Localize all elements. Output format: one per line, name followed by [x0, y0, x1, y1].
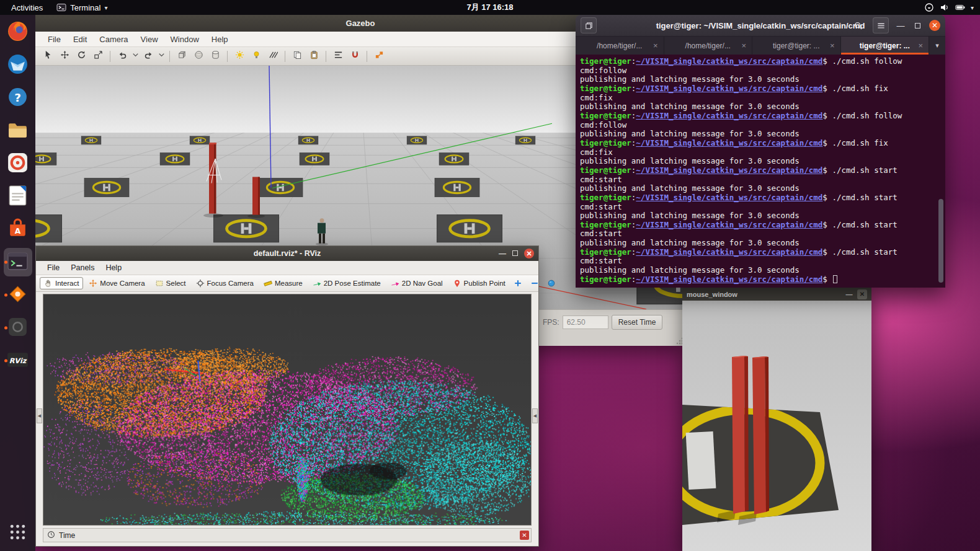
menu-panels[interactable]: Panels	[66, 263, 99, 273]
joint-button[interactable]	[372, 49, 386, 64]
box-button[interactable]	[174, 49, 189, 64]
menu-window[interactable]: Window	[164, 33, 205, 45]
right-panel-toggle[interactable]: ◀	[532, 408, 538, 423]
prompt-path: ~/VISIM_single/catkin_ws/src/captain/cmd	[636, 56, 822, 66]
dock-item-gazebo[interactable]	[4, 281, 32, 309]
tool-move-camera[interactable]: Move Camera	[84, 277, 149, 289]
scrollbar-thumb[interactable]	[938, 199, 943, 283]
rotate-button[interactable]	[74, 49, 89, 64]
command-text: ./cmd.sh start	[832, 165, 897, 175]
command-text: ./cmd.sh follow	[832, 111, 902, 120]
snap-button[interactable]	[347, 49, 362, 64]
dock-item-rviz[interactable]: RViz	[4, 346, 32, 375]
tool-2d-pose-estimate[interactable]: 2D Pose Estimate	[308, 277, 385, 289]
maximize-button[interactable]	[512, 249, 518, 258]
minimize-button[interactable]: —	[845, 291, 853, 298]
redo-button[interactable]	[141, 49, 156, 64]
tool-2d-nav-goal[interactable]: 2D Nav Goal	[386, 277, 447, 289]
dock-item-help[interactable]: ?	[4, 84, 32, 112]
menu-help[interactable]: Help	[100, 263, 127, 273]
dock-item-terminal[interactable]	[4, 248, 32, 276]
activities-button[interactable]: Activities	[5, 0, 49, 15]
tool-select[interactable]: Select	[151, 277, 190, 289]
dock-item-show-applications[interactable]	[4, 519, 32, 547]
thunderbird-icon	[6, 53, 29, 78]
translate-button[interactable]	[57, 49, 72, 64]
tab-close-icon[interactable]: ×	[653, 41, 658, 50]
left-panel-toggle[interactable]: ◀	[37, 408, 42, 423]
terminal-tab-1[interactable]: /home/tiger/...×	[576, 37, 664, 55]
terminal-line: tiger@tiger:~/VISIM_single/catkin_ws/src…	[580, 275, 937, 284]
tab-close-icon[interactable]: ×	[830, 41, 835, 50]
terminal-tab-2[interactable]: /home/tiger/...×	[664, 37, 753, 55]
add-tool-button[interactable]	[511, 277, 525, 289]
menu-edit[interactable]: Edit	[67, 33, 93, 45]
terminal-tab-4[interactable]: tiger@tiger: ...×	[841, 37, 930, 55]
menu-file[interactable]: File	[42, 263, 65, 273]
rviz-viewport-frame	[43, 294, 532, 526]
undo-history-button[interactable]	[131, 49, 139, 64]
terminal-scrollbar[interactable]	[938, 55, 944, 288]
tab-close-icon[interactable]: ×	[741, 41, 746, 50]
minimize-button[interactable]: —	[499, 249, 506, 258]
app-menu-label: Terminal	[70, 3, 100, 12]
grid-lines-button[interactable]	[265, 49, 280, 64]
tab-close-icon[interactable]: ×	[918, 41, 923, 50]
mouse-window-title: mouse_window	[687, 291, 737, 298]
cursor-button[interactable]	[40, 49, 55, 64]
tool-measure[interactable]: Measure	[259, 277, 307, 289]
dock-item-firefox[interactable]	[4, 18, 32, 46]
sun-light-button[interactable]	[232, 49, 247, 64]
mouse-window-viewport[interactable]	[682, 301, 871, 551]
menu-camera[interactable]: Camera	[93, 33, 134, 45]
menu-view[interactable]: View	[135, 33, 164, 45]
redo-history-button[interactable]	[158, 49, 165, 64]
cylinder-button[interactable]	[208, 49, 223, 64]
dock-item-ubuntu-software[interactable]: A	[4, 215, 32, 244]
minimize-button[interactable]: —	[896, 21, 906, 30]
prompt-path: ~/VISIM_single/catkin_ws/src/captain/cmd	[636, 84, 822, 93]
output-text: publishing and latching message for 3.0 …	[580, 156, 800, 165]
sphere-button[interactable]	[191, 49, 206, 64]
point-light-button[interactable]	[249, 49, 264, 64]
terminal-headerbar[interactable]: tiger@tiger: ~/VISIM_single/catkin_ws/sr…	[576, 15, 945, 36]
terminal-body[interactable]: tiger@tiger:~/VISIM_single/catkin_ws/src…	[576, 55, 945, 288]
app-menu[interactable]: Terminal ▾	[50, 0, 114, 15]
close-button[interactable]: ✕	[929, 20, 940, 31]
terminal-line: publishing and latching message for 3.0 …	[580, 102, 937, 112]
close-button[interactable]: ✕	[524, 249, 534, 258]
reset-time-button[interactable]: Reset Time	[612, 315, 663, 330]
paste-button[interactable]	[306, 49, 321, 64]
scale-button[interactable]	[91, 49, 105, 64]
dock-item-files[interactable]	[4, 117, 32, 145]
close-button[interactable]: ✕	[857, 289, 867, 299]
menu-help[interactable]: Help	[205, 33, 234, 45]
clock[interactable]: 7月 17 16:18	[466, 2, 513, 13]
magenta-arrow-icon	[391, 279, 399, 288]
dock-item-gazebo-client[interactable]	[4, 314, 32, 342]
hamburger-menu-button[interactable]	[873, 17, 889, 33]
rviz-titlebar[interactable]: default.rviz* - RViz — ✕	[36, 246, 538, 261]
sphere-tool-button[interactable]	[545, 277, 558, 289]
dock-item-libreoffice-writer[interactable]	[4, 182, 32, 211]
tool-focus-camera[interactable]: Focus Camera	[192, 277, 258, 289]
new-window-button[interactable]	[581, 17, 597, 33]
dock-item-rhythmbox[interactable]	[4, 149, 32, 178]
tool-interact[interactable]: Interact	[40, 277, 83, 289]
tabs-dropdown-button[interactable]: ▾	[929, 37, 945, 55]
copy-button[interactable]	[290, 49, 305, 64]
terminal-tab-3[interactable]: tiger@tiger: ...×	[752, 37, 841, 55]
prompt-symbol: $	[822, 193, 832, 202]
tool-publish-point[interactable]: Publish Point	[448, 277, 510, 289]
terminal-line: tiger@tiger:~/VISIM_single/catkin_ws/src…	[580, 112, 937, 121]
menu-file[interactable]: File	[42, 33, 67, 45]
mouse-window-titlebar[interactable]: mouse_window — ✕	[682, 288, 871, 301]
align-button[interactable]	[331, 49, 345, 64]
rviz-3d-viewport[interactable]	[43, 294, 531, 525]
time-panel-close-button[interactable]: ✕	[520, 531, 529, 540]
system-tray[interactable]: ▾	[924, 0, 978, 15]
maximize-button[interactable]	[912, 21, 922, 30]
minus-tool-button[interactable]	[528, 277, 541, 289]
undo-button[interactable]	[115, 49, 130, 64]
dock-item-thunderbird[interactable]	[4, 51, 32, 79]
